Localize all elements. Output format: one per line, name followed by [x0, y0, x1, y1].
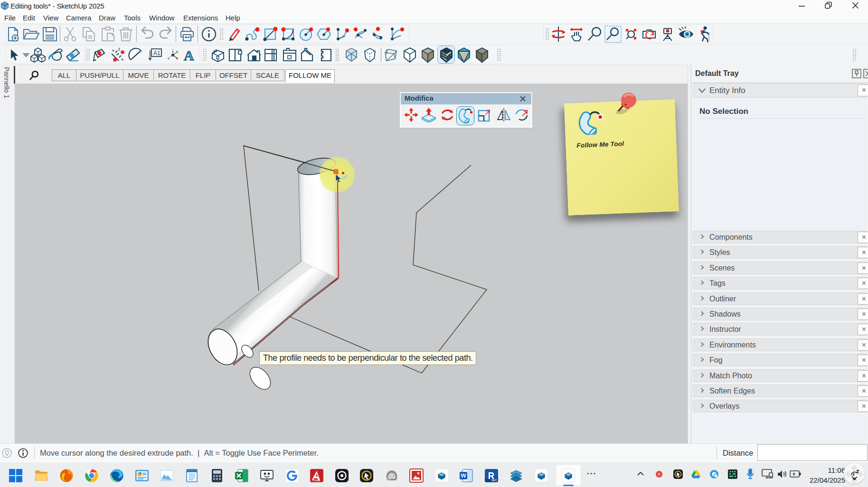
svg-text:CAD: CAD: [314, 479, 321, 482]
svg-text:3: 3: [118, 47, 120, 52]
svg-text:A1: A1: [153, 50, 160, 56]
svg-text:RVT: RVT: [492, 479, 498, 482]
svg-text:A: A: [184, 47, 194, 63]
